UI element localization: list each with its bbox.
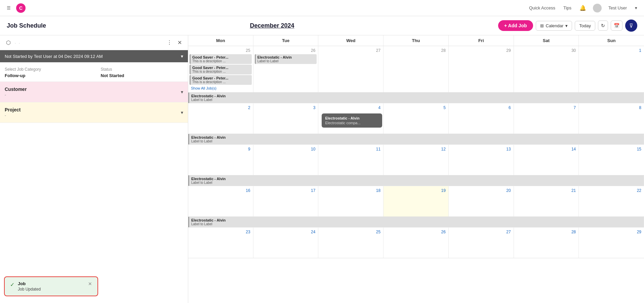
- cal-event-tue-1[interactable]: Electrostatic - Alvin Label to Label: [255, 54, 317, 64]
- job-category-value: Follow-up: [5, 73, 87, 78]
- app-logo: C: [16, 3, 26, 13]
- more-options-button[interactable]: ⋮: [165, 39, 173, 46]
- span-event-sub: Label to Label: [191, 139, 642, 143]
- notifications-button[interactable]: 🔔: [578, 3, 588, 12]
- cal-date-dec25: 25: [320, 229, 382, 236]
- cal-date-dec10: 10: [255, 146, 317, 153]
- cal-date-dec26: 26: [385, 229, 447, 236]
- project-chevron-icon: ▾: [181, 110, 183, 115]
- today-button[interactable]: Today: [575, 21, 595, 31]
- cal-event-title: Electrostatic - Alvin: [257, 55, 315, 59]
- span-event-2-container[interactable]: Electrostatic - Alvin Label to Label: [188, 134, 644, 144]
- span-row-2: Electrostatic - Alvin Label to Label: [188, 134, 644, 145]
- toast-notification: ✓ Job Job Updated ✕: [4, 276, 98, 296]
- cal-date-dec3: 3: [255, 105, 317, 111]
- status-bar-text: Not Started by Test User at 04 Dec 2024 …: [5, 54, 181, 59]
- job-fields-section: Select Job Category Follow-up Status Not…: [0, 62, 188, 82]
- toast-check-icon: ✓: [10, 281, 14, 288]
- top-nav-left: ☰ C: [5, 3, 26, 13]
- calendar-view-button[interactable]: ⊞ Calendar ▾: [536, 21, 572, 31]
- cal-event-mon-2[interactable]: Good Saver - Peter... This is a descript…: [190, 65, 252, 74]
- span-event-sub: Label to Label: [191, 98, 642, 102]
- add-job-button[interactable]: + Add Job: [498, 20, 533, 31]
- customer-section-subtitle: -: [5, 93, 27, 97]
- hamburger-button[interactable]: ☰: [5, 4, 12, 12]
- cal-date-dec27: 27: [450, 229, 512, 236]
- cal-date-25: 25: [190, 47, 252, 54]
- cal-date-1: 1: [580, 47, 643, 54]
- panel-dash-2: -: [19, 41, 20, 45]
- cal-cell-dec16: 16: [188, 186, 253, 216]
- cal-event-desc: This is a description ...: [192, 59, 250, 63]
- toast-close-button[interactable]: ✕: [88, 281, 92, 287]
- filter-button[interactable]: ⊽: [625, 20, 637, 32]
- refresh-icon-button[interactable]: ↻: [598, 21, 608, 31]
- cal-cell-dec28: 28: [514, 228, 579, 258]
- cal-date-dec28: 28: [515, 229, 577, 236]
- project-section[interactable]: Project - ▾: [0, 102, 188, 123]
- span-row-3: Electrostatic - Alvin Label to Label: [188, 175, 644, 186]
- panel-toolbar: ⬡ - - ⋮ ✕: [0, 35, 188, 50]
- cal-cell-28: 28: [384, 46, 449, 92]
- toast-title: Job: [18, 281, 85, 286]
- quick-access-button[interactable]: Quick Access: [528, 4, 557, 12]
- electrostatic-span-4[interactable]: Electrostatic - Alvin Label to Label: [188, 217, 644, 227]
- cal-event-mon-3[interactable]: Good Saver - Peter... This is a descript…: [190, 75, 252, 85]
- cal-event-mon-1[interactable]: Good Saver - Peter... This is a descript…: [190, 54, 252, 64]
- cal-event-title: Good Saver - Peter...: [192, 55, 250, 59]
- cal-date-dec4: 4: [320, 105, 382, 111]
- customer-section[interactable]: Customer - ▾: [0, 82, 188, 102]
- page-header: Job Schedule December 2024 + Add Job ⊞ C…: [0, 16, 644, 35]
- user-menu-button[interactable]: Test User: [607, 4, 628, 12]
- cal-date-dec24: 24: [255, 229, 317, 236]
- cal-cell-dec4: 4 Electrostatic - Alvin Electrostatic co…: [318, 103, 384, 134]
- cal-cell-dec23: 23: [188, 228, 253, 258]
- calendar-area: Mon Tue Wed Thu Fri Sat Sun 25 Good Save…: [188, 35, 644, 303]
- span-row-4: Electrostatic - Alvin Label to Label: [188, 217, 644, 228]
- calendar-week-3: 9 10 11 12 13 14 15: [188, 145, 644, 175]
- cal-cell-dec14: 14: [514, 145, 579, 175]
- span-event-sub: Label to Label: [191, 181, 642, 184]
- panel-toolbar-left: ⬡ - -: [5, 39, 20, 46]
- calendar-view-label: Calendar: [546, 23, 564, 28]
- customer-section-title: Customer: [5, 87, 27, 92]
- customer-section-content: Customer -: [5, 87, 27, 97]
- electrostatic-span-1[interactable]: Electrostatic - Alvin Label to Label: [188, 93, 644, 103]
- status-chevron-icon: ▾: [181, 54, 183, 59]
- cal-date-dec13: 13: [450, 146, 512, 153]
- user-chevron-icon[interactable]: ▾: [634, 4, 639, 12]
- electrostatic-span-2[interactable]: Electrostatic - Alvin Label to Label: [188, 134, 644, 144]
- span-event-4-container[interactable]: Electrostatic - Alvin Label to Label: [188, 217, 644, 227]
- cal-cell-dec24: 24: [253, 228, 319, 258]
- event-tooltip: Electrostatic - Alvin Electrostatic comp…: [322, 113, 382, 128]
- status-label: Status: [101, 67, 184, 72]
- electrostatic-span-3[interactable]: Electrostatic - Alvin Label to Label: [188, 175, 644, 186]
- span-event-title: Electrostatic - Alvin: [191, 135, 642, 139]
- cal-cell-27: 27: [318, 46, 384, 92]
- job-category-field: Select Job Category Follow-up: [5, 67, 87, 78]
- calendar-chevron-icon: ▾: [565, 23, 568, 28]
- tips-button[interactable]: Tips: [562, 4, 573, 12]
- cal-date-27: 27: [320, 47, 382, 54]
- cal-date-dec23: 23: [190, 229, 252, 236]
- status-value: Not Started: [101, 73, 184, 78]
- cal-event-title: Good Saver - Peter...: [192, 76, 250, 80]
- project-section-title: Project: [5, 107, 21, 112]
- job-category-label: Select Job Category: [5, 67, 87, 72]
- calendar-icon-button[interactable]: 📅: [611, 21, 622, 31]
- cal-cell-dec5: 5: [384, 103, 449, 134]
- top-nav-right: Quick Access Tips 🔔 Test User ▾: [528, 3, 639, 12]
- cal-cell-dec7: 7: [514, 103, 579, 134]
- tooltip-sub: Electrostatic compa...: [325, 121, 379, 125]
- calendar-header: Mon Tue Wed Thu Fri Sat Sun: [188, 35, 644, 46]
- cal-date-28: 28: [385, 47, 447, 54]
- span-event-3-container[interactable]: Electrostatic - Alvin Label to Label: [188, 175, 644, 186]
- tooltip-title: Electrostatic - Alvin: [325, 116, 379, 120]
- cal-cell-dec20: 20: [449, 186, 514, 216]
- span-event-1[interactable]: Electrostatic - Alvin Label to Label: [188, 93, 644, 103]
- show-all-jobs-link[interactable]: Show All Job(s): [190, 86, 252, 91]
- close-panel-button[interactable]: ✕: [176, 39, 183, 46]
- day-header-thu: Thu: [384, 35, 449, 46]
- open-external-icon-button[interactable]: ⬡: [5, 39, 12, 46]
- cal-cell-dec8: 8: [579, 103, 644, 134]
